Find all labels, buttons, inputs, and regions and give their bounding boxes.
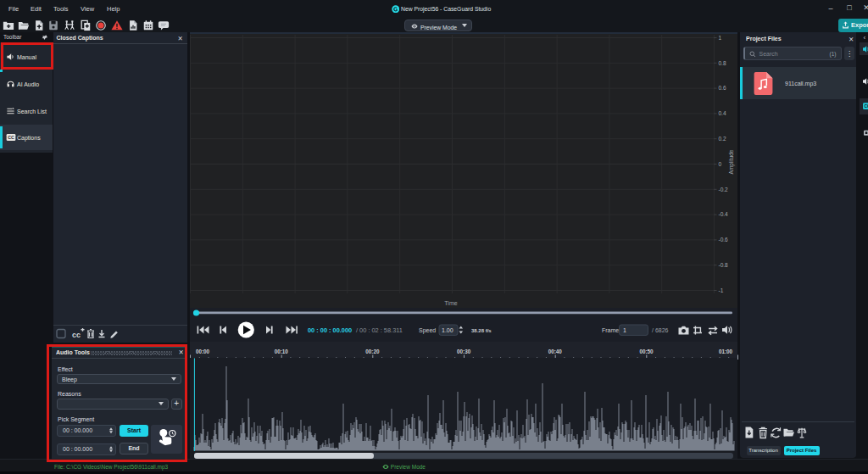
svg-text:01:00: 01:00 bbox=[719, 349, 733, 354]
svg-text:0.2: 0.2 bbox=[719, 136, 726, 142]
svg-text:-0.4: -0.4 bbox=[719, 211, 729, 217]
svg-text:/ 00 : 02 : 58.311: / 00 : 02 : 58.311 bbox=[356, 326, 403, 334]
svg-text:00:20: 00:20 bbox=[365, 349, 380, 354]
svg-text:Time: Time bbox=[444, 300, 457, 306]
svg-text:Speed: Speed bbox=[419, 327, 436, 334]
svg-text:00 : 00 : 00.000: 00 : 00 : 00.000 bbox=[308, 326, 352, 334]
svg-text:-1: -1 bbox=[719, 287, 724, 293]
svg-text:1.00: 1.00 bbox=[442, 327, 453, 333]
svg-text:00:40: 00:40 bbox=[548, 349, 563, 354]
svg-text:00:00: 00:00 bbox=[196, 349, 210, 354]
svg-text:Frame: Frame bbox=[602, 327, 619, 333]
svg-text:-0.8: -0.8 bbox=[719, 262, 729, 268]
svg-text:38.28 f/s: 38.28 f/s bbox=[471, 328, 492, 333]
svg-text:0: 0 bbox=[719, 161, 722, 167]
svg-text:00:50: 00:50 bbox=[639, 349, 654, 354]
svg-text:CC: CC bbox=[864, 103, 868, 109]
svg-text:0.6: 0.6 bbox=[719, 85, 726, 91]
svg-text:Amplitude: Amplitude bbox=[728, 149, 735, 174]
svg-text:0.8: 0.8 bbox=[719, 60, 726, 66]
svg-text:0.4: 0.4 bbox=[719, 110, 726, 116]
svg-text:-0.6: -0.6 bbox=[719, 237, 729, 243]
svg-text:-0.2: -0.2 bbox=[719, 187, 729, 192]
svg-text:1: 1 bbox=[623, 327, 626, 333]
svg-text:cc: cc bbox=[72, 331, 81, 339]
svg-text:1: 1 bbox=[719, 35, 722, 41]
svg-text:CC: CC bbox=[8, 135, 14, 140]
svg-text:00:30: 00:30 bbox=[457, 349, 471, 354]
svg-text:/ 6826: / 6826 bbox=[652, 327, 669, 333]
svg-text:00:10: 00:10 bbox=[275, 349, 289, 354]
